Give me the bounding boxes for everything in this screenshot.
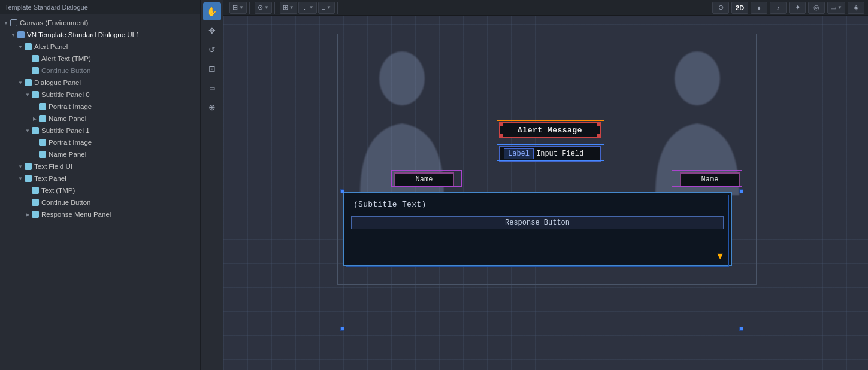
scene-vis-btn[interactable]: ◎ xyxy=(808,2,825,14)
tree-icon-continue-btn-2 xyxy=(31,198,40,207)
tree-icon-text-tmp xyxy=(31,186,40,195)
dialogue-panel-main: (Subtitle Text) Response Button ▼ xyxy=(343,192,732,266)
dialogue-panel-inner: (Subtitle Text) Response Button ▼ xyxy=(346,195,729,267)
tree-item-continue-btn[interactable]: Continue Button xyxy=(0,65,200,77)
tree-label-response-menu-panel: Response Menu Panel xyxy=(41,211,111,218)
tree-label-continue-btn-2: Continue Button xyxy=(41,199,90,206)
tree-item-dialogue-panel[interactable]: Dialogue Panel xyxy=(0,77,200,89)
scene-toolbar: ⊞▼ ⊙▼ ⊞▼ ⋮▼ ≡▼ ⊙ 2D ♦ ♪ ✦ ◎ xyxy=(223,0,868,16)
tree-icon-alert-panel xyxy=(24,43,32,51)
tree-icon-portrait-image-1 xyxy=(38,138,47,147)
lighting-btn[interactable]: ♦ xyxy=(751,2,767,14)
tree-item-text-field-ui[interactable]: Text Field UI xyxy=(0,160,200,172)
hand-tool[interactable]: ✋ xyxy=(203,2,221,20)
down-arrow-indicator: ▼ xyxy=(715,251,725,262)
tree-label-text-tmp: Text (TMP) xyxy=(41,187,75,194)
toolbar-group-transform: ⊞▼ xyxy=(227,2,250,14)
tree-label-portrait-image-0: Portrait Image xyxy=(49,103,92,110)
tree-label-portrait-image-1: Portrait Image xyxy=(49,139,92,146)
tree-icon-canvas-env xyxy=(10,19,18,27)
tree-label-alert-panel: Alert Panel xyxy=(34,43,68,50)
audio-btn[interactable]: ♪ xyxy=(770,2,787,14)
tree-item-portrait-image-1[interactable]: Portrait Image xyxy=(0,137,200,148)
tree-label-text-field-ui: Text Field UI xyxy=(34,163,72,170)
tree-label-vn-template: VN Template Standard Dialogue UI 1 xyxy=(27,31,140,38)
corner-tr-handle[interactable] xyxy=(739,189,743,193)
alert-message-box: Alert Message xyxy=(499,122,601,138)
tree-icon-name-panel-0 xyxy=(38,114,47,123)
tree-item-subtitle-panel-0[interactable]: Subtitle Panel 0 xyxy=(0,89,200,101)
name-right-text: Name xyxy=(701,175,719,184)
scene-area: Alert Message Label Input Field Name Nam… xyxy=(223,16,868,370)
toolbar-group-pivot: ⊙▼ xyxy=(252,2,275,14)
grid-dropdown[interactable]: ⋮▼ xyxy=(298,2,317,14)
tree-item-text-panel[interactable]: Text Panel xyxy=(0,172,200,184)
input-field-text: Input Field xyxy=(536,150,583,158)
pivot-dropdown[interactable]: ⊙▼ xyxy=(255,2,272,14)
tree-icon-text-panel xyxy=(24,174,32,183)
rect-tool[interactable]: ▭ xyxy=(203,79,221,97)
layers-btn[interactable]: ⊙ xyxy=(712,2,729,14)
tree-label-subtitle-panel-1: Subtitle Panel 1 xyxy=(41,127,90,134)
corner-br-handle[interactable] xyxy=(739,327,743,331)
tree-label-text-panel: Text Panel xyxy=(34,175,66,182)
tree-icon-response-menu-panel xyxy=(31,210,40,219)
subtitle-text: (Subtitle Text) xyxy=(346,195,728,214)
tree-icon-portrait-image-0 xyxy=(38,102,47,111)
response-button[interactable]: Response Button xyxy=(351,216,724,229)
svg-point-0 xyxy=(379,51,425,105)
main-canvas: ⊞▼ ⊙▼ ⊞▼ ⋮▼ ≡▼ ⊙ 2D ♦ ♪ ✦ ◎ xyxy=(223,0,868,370)
tree-icon-continue-btn xyxy=(31,66,40,75)
view-dropdown[interactable]: ≡▼ xyxy=(318,2,335,14)
fx-btn[interactable]: ✦ xyxy=(789,2,806,14)
sidebar-title: Template Standard Dialogue xyxy=(0,0,200,14)
tree-item-text-tmp[interactable]: Text (TMP) xyxy=(0,184,200,196)
tree-label-dialogue-panel: Dialogue Panel xyxy=(34,79,81,86)
gizmo-btn[interactable]: ◈ xyxy=(848,2,864,14)
snap-dropdown[interactable]: ⊞▼ xyxy=(280,2,297,14)
2d-btn[interactable]: 2D xyxy=(731,2,748,14)
input-label: Label xyxy=(504,148,534,159)
tree-label-subtitle-panel-0: Subtitle Panel 0 xyxy=(41,91,90,98)
tree-icon-subtitle-panel-0 xyxy=(31,90,40,99)
custom-tool[interactable]: ⊕ xyxy=(203,98,221,116)
tree-label-alert-text: Alert Text (TMP) xyxy=(41,55,91,62)
move-tool[interactable]: ✥ xyxy=(203,22,221,40)
tree-icon-dialogue-panel xyxy=(24,78,32,87)
tree-item-subtitle-panel-1[interactable]: Subtitle Panel 1 xyxy=(0,125,200,137)
alert-message-text: Alert Message xyxy=(518,126,582,135)
tree-item-vn-template[interactable]: VN Template Standard Dialogue UI 1 xyxy=(0,29,200,41)
toolbar-right: ⊙ 2D ♦ ♪ ✦ ◎ ▭▼ ◈ xyxy=(712,2,864,14)
tree-icon-vn-template xyxy=(17,31,25,39)
scale-tool[interactable]: ⊡ xyxy=(203,60,221,78)
tree-item-continue-btn-2[interactable]: Continue Button xyxy=(0,196,200,208)
hierarchy-tree: Canvas (Environment)VN Template Standard… xyxy=(0,14,200,370)
tree-label-continue-btn: Continue Button xyxy=(41,67,90,74)
name-left-text: Name xyxy=(416,175,433,184)
name-panel-left: Name xyxy=(394,172,454,187)
corner-bl-handle[interactable] xyxy=(340,327,344,331)
input-field-box[interactable]: Label Input Field xyxy=(499,146,601,162)
tree-item-portrait-image-0[interactable]: Portrait Image xyxy=(0,101,200,113)
tree-icon-subtitle-panel-1 xyxy=(31,126,40,135)
corner-tl-handle[interactable] xyxy=(340,189,344,193)
tree-item-canvas-env[interactable]: Canvas (Environment) xyxy=(0,17,200,29)
tree-label-canvas-env: Canvas (Environment) xyxy=(20,19,88,26)
tree-item-alert-panel[interactable]: Alert Panel xyxy=(0,41,200,53)
tree-item-name-panel-1[interactable]: Name Panel xyxy=(0,148,200,160)
tree-item-response-menu-panel[interactable]: Response Menu Panel xyxy=(0,208,200,220)
tree-item-alert-text[interactable]: Alert Text (TMP) xyxy=(0,53,200,65)
transform-dropdown[interactable]: ⊞▼ xyxy=(229,2,247,14)
tool-strip: ✋ ✥ ↺ ⊡ ▭ ⊕ xyxy=(201,0,223,370)
tree-item-name-panel-0[interactable]: Name Panel xyxy=(0,113,200,125)
tree-icon-text-field-ui xyxy=(24,162,32,171)
sidebar-title-text: Template Standard Dialogue xyxy=(5,4,88,11)
sidebar: Template Standard Dialogue Canvas (Envir… xyxy=(0,0,201,370)
name-panel-right: Name xyxy=(680,172,740,187)
view-mode-dropdown[interactable]: ▭▼ xyxy=(827,2,845,14)
svg-point-1 xyxy=(675,51,720,105)
tree-label-name-panel-1: Name Panel xyxy=(49,151,86,158)
toolbar-group-snap: ⊞▼ ⋮▼ ≡▼ xyxy=(277,2,338,14)
rotate-tool[interactable]: ↺ xyxy=(203,41,221,59)
tree-icon-name-panel-1 xyxy=(38,150,47,159)
